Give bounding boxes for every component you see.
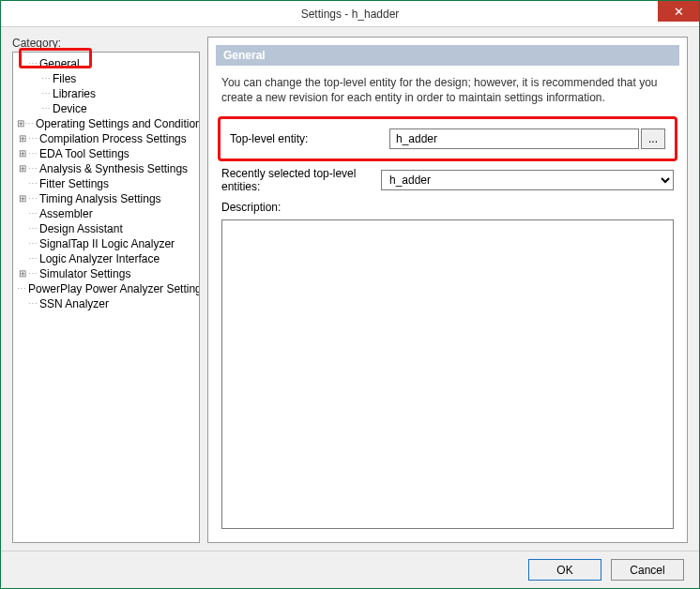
- tree-item-label: EDA Tool Settings: [39, 146, 129, 161]
- tree-connector-icon: ⋯: [28, 221, 38, 236]
- category-sidebar: Category: ⋯General⋯Files⋯Libraries⋯Devic…: [12, 37, 200, 543]
- window-title: Settings - h_hadder: [301, 8, 400, 21]
- expand-icon[interactable]: ⊞: [17, 146, 28, 161]
- tree-connector-icon: ⋯: [28, 176, 38, 191]
- description-textarea[interactable]: [221, 219, 674, 529]
- expand-icon[interactable]: ⊞: [17, 161, 28, 176]
- tree-connector-icon: ⋯: [17, 281, 26, 296]
- top-level-entity-highlight: Top-level entity: ...: [218, 116, 677, 161]
- tree-connector-icon: ⋯: [28, 131, 38, 146]
- description-label: Description:: [221, 201, 381, 214]
- tree-item-label: Device: [53, 101, 87, 116]
- cancel-button[interactable]: Cancel: [611, 559, 684, 581]
- tree-connector-icon: ⋯: [28, 56, 38, 71]
- expand-icon[interactable]: ⊞: [17, 191, 28, 206]
- tree-item-label: Assembler: [39, 206, 93, 221]
- tree-item-label: Operating Settings and Conditions: [36, 116, 200, 131]
- tree-connector-icon: ⋯: [28, 146, 38, 161]
- browse-entity-button[interactable]: ...: [641, 128, 665, 149]
- recent-entities-row: Recently selected top-level entities: h_…: [216, 163, 679, 197]
- close-icon: ✕: [674, 5, 684, 19]
- tree-item[interactable]: ⊞⋯EDA Tool Settings: [13, 146, 199, 161]
- tree-item-label: SignalTap II Logic Analyzer: [39, 236, 175, 251]
- recent-entities-select[interactable]: h_adder: [381, 170, 674, 190]
- expand-icon[interactable]: ⊞: [17, 266, 28, 281]
- category-tree[interactable]: ⋯General⋯Files⋯Libraries⋯Device⊞⋯Operati…: [12, 52, 200, 543]
- tree-item[interactable]: ⋯Fitter Settings: [13, 176, 199, 191]
- tree-item-label: Simulator Settings: [39, 266, 130, 281]
- tree-item[interactable]: ⋯SignalTap II Logic Analyzer: [13, 236, 199, 251]
- ok-button[interactable]: OK: [528, 559, 601, 581]
- dialog-body: Category: ⋯General⋯Files⋯Libraries⋯Devic…: [1, 27, 699, 551]
- tree-item-label: Fitter Settings: [39, 176, 109, 191]
- tree-connector-icon: ⋯: [24, 116, 34, 131]
- settings-window: Settings - h_hadder ✕ Category: ⋯General…: [0, 0, 700, 589]
- tree-item[interactable]: ⋯Device: [13, 101, 199, 116]
- panel-header: General: [216, 45, 679, 66]
- expand-icon[interactable]: ⊞: [17, 116, 24, 131]
- top-level-entity-input[interactable]: [389, 128, 639, 149]
- tree-item[interactable]: ⋯Design Assistant: [13, 221, 199, 236]
- tree-item[interactable]: ⋯General: [13, 56, 199, 71]
- tree-item[interactable]: ⋯Assembler: [13, 206, 199, 221]
- tree-item-label: Compilation Process Settings: [39, 131, 187, 146]
- tree-item-label: Timing Analysis Settings: [39, 191, 161, 206]
- tree-item-label: Logic Analyzer Interface: [39, 251, 160, 266]
- recent-entities-label: Recently selected top-level entities:: [221, 167, 381, 193]
- tree-item-label: PowerPlay Power Analyzer Settings: [28, 281, 200, 296]
- tree-item-label: Libraries: [53, 86, 96, 101]
- tree-item-label: Files: [53, 71, 76, 86]
- tree-connector-icon: ⋯: [28, 266, 38, 281]
- tree-connector-icon: ⋯: [41, 71, 51, 86]
- tree-connector-icon: ⋯: [28, 296, 38, 311]
- tree-item[interactable]: ⋯PowerPlay Power Analyzer Settings: [13, 281, 199, 296]
- expand-icon[interactable]: ⊞: [17, 131, 28, 146]
- tree-item[interactable]: ⊞⋯Simulator Settings: [13, 266, 199, 281]
- tree-item[interactable]: ⋯Logic Analyzer Interface: [13, 251, 199, 266]
- tree-item[interactable]: ⊞⋯Compilation Process Settings: [13, 131, 199, 146]
- tree-item-label: Analysis & Synthesis Settings: [39, 161, 188, 176]
- tree-connector-icon: ⋯: [41, 101, 51, 116]
- tree-connector-icon: ⋯: [28, 236, 38, 251]
- close-button[interactable]: ✕: [658, 1, 699, 22]
- tree-item-label: Design Assistant: [39, 221, 123, 236]
- tree-connector-icon: ⋯: [28, 191, 38, 206]
- tree-item[interactable]: ⊞⋯Timing Analysis Settings: [13, 191, 199, 206]
- tree-item[interactable]: ⋯Files: [13, 71, 199, 86]
- top-level-entity-row: Top-level entity: ...: [224, 125, 671, 153]
- tree-connector-icon: ⋯: [28, 251, 38, 266]
- tree-item[interactable]: ⊞⋯Analysis & Synthesis Settings: [13, 161, 199, 176]
- category-label: Category:: [12, 37, 200, 50]
- tree-connector-icon: ⋯: [28, 206, 38, 221]
- tree-item[interactable]: ⋯SSN Analyzer: [13, 296, 199, 311]
- tree-item-label: General: [39, 56, 80, 71]
- tree-item[interactable]: ⊞⋯Operating Settings and Conditions: [13, 116, 199, 131]
- description-row: Description:: [216, 197, 679, 214]
- dialog-footer: OK Cancel: [1, 551, 699, 588]
- settings-panel: General You can change the top-level ent…: [207, 37, 688, 543]
- tree-item[interactable]: ⋯Libraries: [13, 86, 199, 101]
- tree-connector-icon: ⋯: [28, 161, 38, 176]
- panel-intro: You can change the top-level entity for …: [216, 66, 679, 114]
- tree-item-label: SSN Analyzer: [39, 296, 109, 311]
- top-level-entity-label: Top-level entity:: [230, 132, 389, 145]
- tree-connector-icon: ⋯: [41, 86, 51, 101]
- titlebar: Settings - h_hadder ✕: [1, 1, 699, 27]
